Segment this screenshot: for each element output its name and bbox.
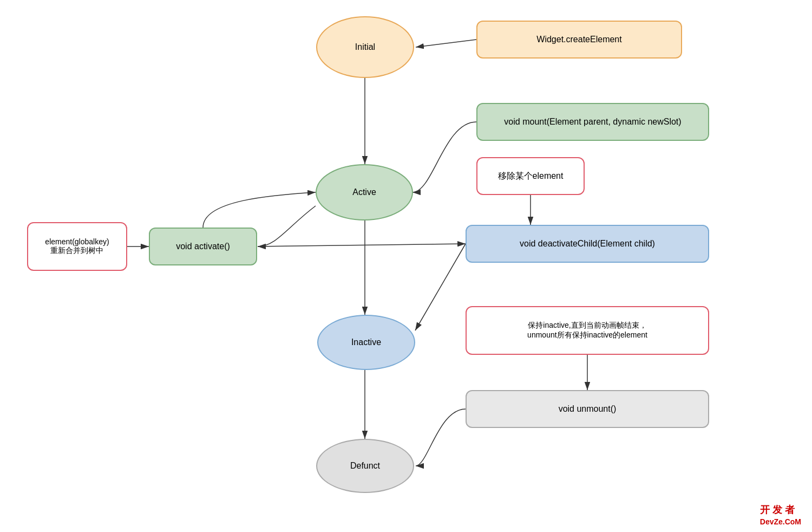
- diagram-container: Initial Active Inactive Defunct Widget.c…: [0, 0, 812, 532]
- node-inactive: Inactive: [317, 315, 415, 370]
- node-element-globalkey: element(globalkey) 重新合并到树中: [27, 222, 127, 271]
- node-defunct: Defunct: [316, 439, 414, 493]
- initial-label: Initial: [355, 42, 375, 52]
- node-active: Active: [316, 164, 413, 220]
- node-deactivate-child: void deactivateChild(Element child): [466, 225, 709, 263]
- element-globalkey-label: element(globalkey) 重新合并到树中: [45, 237, 109, 256]
- node-widget-create: Widget.createElement: [476, 21, 682, 59]
- watermark-line1: 开 发 者: [760, 504, 801, 516]
- node-void-mount: void mount(Element parent, dynamic newSl…: [476, 103, 709, 141]
- svg-line-7: [415, 244, 466, 330]
- node-keep-inactive: 保持inactive,直到当前动画帧结束， unmount所有保持inactiv…: [466, 306, 709, 355]
- watermark-line2: DevZe.CoM: [760, 517, 801, 527]
- defunct-label: Defunct: [350, 461, 380, 471]
- node-void-unmount: void unmount(): [466, 390, 709, 428]
- svg-line-1: [416, 40, 476, 47]
- widget-create-label: Widget.createElement: [536, 35, 621, 44]
- watermark: 开 发 者 DevZe.CoM: [760, 504, 801, 527]
- active-label: Active: [352, 187, 376, 197]
- deactivate-child-label: void deactivateChild(Element child): [520, 239, 655, 249]
- keep-inactive-label: 保持inactive,直到当前动画帧结束， unmount所有保持inactiv…: [527, 321, 647, 340]
- void-mount-label: void mount(Element parent, dynamic newSl…: [504, 117, 681, 127]
- void-activate-label: void activate(): [176, 242, 230, 251]
- remove-element-label: 移除某个element: [498, 171, 564, 182]
- node-initial: Initial: [316, 16, 414, 78]
- inactive-label: Inactive: [351, 338, 381, 347]
- void-unmount-label: void unmount(): [559, 404, 617, 414]
- node-remove-element: 移除某个element: [476, 157, 585, 195]
- node-void-activate: void activate(): [149, 228, 257, 265]
- svg-line-6: [258, 244, 466, 246]
